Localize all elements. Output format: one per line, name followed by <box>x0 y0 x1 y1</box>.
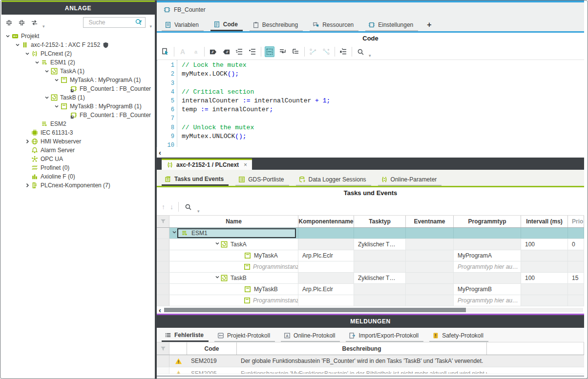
cell-name[interactable]: MyTaskB <box>169 284 298 295</box>
cell-programmtyp[interactable]: Programmtyp hier au… <box>454 261 521 272</box>
code-line[interactable]: // Lock the mutex <box>182 61 584 70</box>
cell-eventname[interactable] <box>406 261 454 272</box>
column-header-severity[interactable] <box>169 342 187 355</box>
cell-prio[interactable] <box>568 228 584 239</box>
row-gutter-cell[interactable] <box>157 367 169 374</box>
cell-intervall[interactable] <box>521 228 568 239</box>
column-header-tasktyp[interactable]: Tasktyp <box>354 216 406 227</box>
row-gutter-cell[interactable] <box>157 239 169 250</box>
cell-komponentenname[interactable] <box>298 261 354 272</box>
cell-eventname[interactable] <box>406 239 454 250</box>
tab-ressourcen[interactable]: Ressourcen <box>310 20 358 31</box>
tree-item-projekt[interactable]: Projekt <box>1 32 155 40</box>
code-text-area[interactable]: // Lock the mutexmyMutex.LOCK();// Criti… <box>177 60 584 147</box>
cell-komponentenname[interactable] <box>298 228 354 239</box>
comment-button[interactable]: // <box>208 46 218 57</box>
chevron-down-icon[interactable] <box>24 51 31 57</box>
code-line[interactable]: myMutex.LOCK(); <box>182 70 584 79</box>
cell-tasktyp[interactable] <box>354 295 406 306</box>
font-increase-button[interactable]: A <box>178 46 188 57</box>
add-tab-button[interactable]: + <box>425 20 433 31</box>
search-options-caret-icon[interactable]: ▾ <box>369 54 371 58</box>
column-header-eventname[interactable]: Eventname <box>406 216 454 227</box>
cell-tasktyp[interactable]: Zyklischer T… <box>354 273 406 283</box>
tree-item-hmi-webserver[interactable]: HMI Webserver <box>1 137 155 146</box>
column-header-text[interactable]: Beschreibung <box>237 342 487 355</box>
instance-tab[interactable]: axc-f-2152-1 / PLCnext × <box>162 159 252 170</box>
tab-import-export-protokoll[interactable]: Import/Export-Protokoll <box>346 331 423 342</box>
code-line[interactable]: myMutex.UNLOCK(); <box>182 132 584 141</box>
tasks-row-esm1[interactable]: ESM1 <box>157 228 584 239</box>
column-header-empty[interactable] <box>487 342 584 355</box>
tree-item-alarm-server[interactable]: Alarm Server <box>1 146 155 155</box>
sync-selection-button[interactable] <box>30 18 39 27</box>
cell-eventname[interactable] <box>406 295 454 306</box>
search-input[interactable] <box>87 19 134 26</box>
column-header-programmtyp[interactable]: Programmtyp <box>454 216 521 227</box>
tasks-row-programminstanzname-hier-eingeben[interactable]: Programminstanzname hier eingebenProgram… <box>157 261 584 273</box>
chevron-right-icon[interactable] <box>24 182 31 188</box>
tree-item-axioline-f-0[interactable]: Axioline F (0) <box>1 172 155 181</box>
chevron-right-icon[interactable] <box>24 139 31 144</box>
cell-intervall[interactable]: 100 <box>521 239 568 250</box>
message-row-sem2005[interactable]: SEM2005Funktionsbaustein 'MyFunktionsBau… <box>157 367 584 374</box>
code-editor[interactable]: 12345678910 // Lock the mutexmyMutex.LOC… <box>157 60 584 147</box>
tree-item-axc-f-2152-1-axc-f-2152[interactable]: axc-f-2152-1 : AXC F 2152 <box>1 40 155 49</box>
tab-einstellungen[interactable]: Einstellungen <box>365 20 418 31</box>
outdent-button[interactable] <box>234 46 244 57</box>
tree-item-iec-61131-3[interactable]: IEC 61131-3 <box>1 128 155 137</box>
indent-button[interactable] <box>248 46 257 57</box>
cell-prio[interactable] <box>568 284 584 295</box>
tree-item-opc-ua[interactable]: OPC UA <box>1 155 155 163</box>
tree-item-esm1-2[interactable]: ESM1 (2) <box>1 58 155 67</box>
uncomment-button[interactable]: // <box>221 46 231 57</box>
code-line[interactable]: // Unlock the mutex <box>182 123 584 132</box>
cell-intervall[interactable] <box>521 261 568 272</box>
connect-pin-button[interactable] <box>321 46 331 57</box>
collapse-all-button[interactable] <box>4 18 13 27</box>
tab-beschreibung[interactable]: Beschreibung <box>250 20 303 31</box>
cell-programmtyp[interactable] <box>454 239 521 250</box>
cell-prio[interactable] <box>568 250 584 261</box>
tree-item-esm2[interactable]: ESM2 <box>1 120 155 128</box>
code-line[interactable]: internalCounter := internalCounter + 1; <box>182 97 584 105</box>
cell-name[interactable]: TaskA <box>169 239 298 250</box>
row-gutter-cell[interactable] <box>157 250 169 261</box>
cell-eventname[interactable] <box>406 228 454 239</box>
tree-item-plcnext-2[interactable]: PLCnext (2) <box>1 49 155 58</box>
tasks-row-taskb[interactable]: TaskBZyklischer T…10015 <box>157 273 584 284</box>
cell-tasktyp[interactable] <box>354 228 406 239</box>
connect-comment-button[interactable] <box>308 46 318 57</box>
tree-item-mytaska-myprograma-1[interactable]: MyTaskA : MyProgramA (1) <box>1 76 155 84</box>
tab-code[interactable]: Code <box>210 20 243 31</box>
row-gutter-cell[interactable] <box>157 295 169 306</box>
cell-intervall[interactable]: 100 <box>521 273 568 283</box>
cell-tasktyp[interactable]: Zyklischer T… <box>354 239 406 250</box>
move-down-button[interactable]: ↓ <box>170 203 173 211</box>
hscrollbar-thumb[interactable] <box>164 308 466 312</box>
chevron-down-icon[interactable] <box>43 95 50 100</box>
cell-programmtyp[interactable]: MyProgramA <box>454 250 521 261</box>
tree-item-fb-counter1-fb-counter[interactable]: FB_Counter1 : FB_Counter <box>1 111 155 120</box>
column-header-intervall[interactable]: Intervall (ms) <box>521 216 568 227</box>
toolbar-overflow-caret-icon[interactable]: ▾ <box>42 24 45 29</box>
row-gutter-cell[interactable] <box>157 228 169 239</box>
cell-programmtyp[interactable] <box>454 228 521 239</box>
scroll-left-icon[interactable]: ‹ <box>159 306 161 314</box>
cell-programmtyp[interactable]: MyProgramB <box>454 284 521 295</box>
code-line[interactable] <box>182 141 584 150</box>
tab-data-logger-sessions[interactable]: Data Logger Sessions <box>296 175 371 186</box>
cell-name[interactable]: MyTaskA <box>169 250 298 261</box>
column-header-name[interactable]: Name <box>169 216 298 227</box>
expand-all-button[interactable] <box>17 18 26 27</box>
tab-online-parameter[interactable]: Online-Parameter <box>378 175 442 186</box>
tree-item-fb-counter1-fb-counter[interactable]: FB_Counter1 : FB_Counter <box>1 84 155 93</box>
chevron-down-icon[interactable] <box>34 60 41 65</box>
cell-komponentenname[interactable] <box>298 239 354 250</box>
hscrollbar-track[interactable] <box>164 308 583 312</box>
move-up-button[interactable]: ↑ <box>162 203 165 211</box>
code-line[interactable]: // Critical section <box>182 88 584 97</box>
select-mode-button[interactable] <box>161 46 170 57</box>
cell-name[interactable]: Programminstanzname hier eingeben <box>169 261 298 272</box>
search-button[interactable] <box>356 46 365 57</box>
